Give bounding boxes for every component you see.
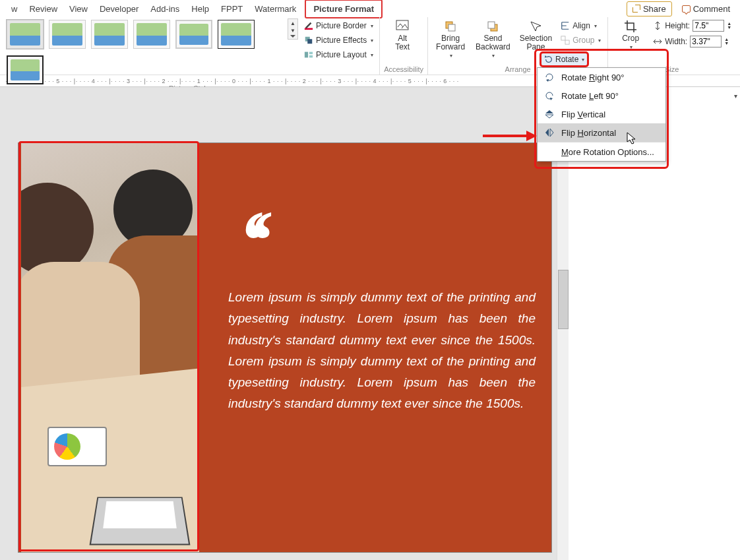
comment-button[interactable]: Comment — [677, 1, 735, 16]
quote-mark: ‘‘ — [236, 191, 261, 290]
picture-layout-button[interactable]: Picture Layout▾ — [302, 49, 375, 61]
alt-text-icon — [396, 20, 409, 33]
rotate-left-icon — [544, 90, 555, 101]
height-row: Height: ▲▼ — [653, 20, 731, 32]
svg-rect-2 — [307, 39, 312, 44]
height-input[interactable] — [693, 20, 724, 32]
layout-icon — [304, 50, 313, 59]
top-right-actions: Share Comment — [627, 1, 735, 16]
share-button[interactable]: Share — [627, 1, 672, 16]
style-thumb-2[interactable] — [49, 20, 86, 49]
share-icon — [632, 5, 640, 13]
picture-border-button[interactable]: Picture Border▾ — [302, 20, 375, 32]
group-accessibility: AltText Accessibility — [380, 17, 428, 75]
style-thumb-7[interactable] — [7, 55, 44, 84]
svg-rect-10 — [488, 22, 495, 28]
rotate-menu: Rotate Right 90° Rotate Left 90° Flip Ve… — [537, 67, 666, 162]
picture-layout-label: Picture Layout — [316, 50, 367, 59]
flip-vertical[interactable]: Flip Vertical — [538, 105, 665, 123]
width-icon — [653, 37, 662, 46]
svg-rect-12 — [565, 40, 569, 44]
effects-icon — [304, 36, 313, 45]
crop-icon — [624, 20, 637, 33]
picture-effects-button[interactable]: Picture Effects▾ — [302, 34, 375, 46]
alt-text-label: AltText — [395, 34, 410, 51]
group-button[interactable]: Group▾ — [559, 34, 603, 46]
crop-label: Crop — [622, 34, 639, 43]
selection-pane-button[interactable]: SelectionPane — [517, 18, 555, 53]
svg-rect-0 — [305, 28, 313, 30]
width-row: Width: ▲▼ — [653, 36, 731, 47]
svg-rect-5 — [309, 55, 313, 58]
svg-rect-6 — [396, 20, 408, 30]
send-backward-label: SendBackward — [476, 34, 510, 51]
align-label: Align — [572, 21, 590, 30]
scroll-thumb[interactable] — [558, 270, 569, 329]
svg-rect-11 — [561, 36, 565, 40]
width-label: Width: — [665, 37, 687, 46]
slide-canvas-area: ‘‘ Lorem ipsum is simply dummy text of t… — [0, 87, 569, 560]
picture-format-stack: Picture Border▾ Picture Effects▾ Picture… — [302, 18, 375, 61]
rotate-icon — [544, 55, 553, 64]
flip-vertical-icon — [544, 109, 555, 119]
height-label: Height: — [665, 21, 690, 30]
style-thumb-6[interactable] — [218, 20, 255, 49]
group-size: Crop▾ Height: ▲▼ Width: ▲▼ Size — [608, 17, 735, 75]
height-icon — [653, 21, 662, 30]
group-icon — [561, 36, 570, 45]
send-backward-button[interactable]: SendBackward▾ — [473, 18, 513, 60]
group-picture-styles: ▲▼ Picture Border▾ Picture Effects▾ Pict… — [3, 17, 380, 75]
bring-forward-icon — [444, 20, 457, 33]
flip-horizontal[interactable]: Flip Horizontal — [538, 123, 665, 142]
flip-horizontal-icon — [544, 127, 555, 138]
alt-text-button[interactable]: AltText — [384, 18, 421, 53]
cursor-icon — [627, 132, 636, 145]
tab-developer[interactable]: Developer — [94, 1, 144, 16]
picture-border-label: Picture Border — [316, 21, 367, 30]
pane-collapse-arrow[interactable]: ▾ — [734, 92, 737, 100]
styles-gallery — [7, 18, 284, 84]
tab-partial[interactable]: w — [5, 1, 23, 16]
menu-bar: w Review View Developer Add-ins Help FPP… — [0, 0, 740, 17]
rotate-left-90[interactable]: Rotate Left 90° — [538, 86, 665, 105]
comment-icon — [682, 5, 691, 13]
tab-review[interactable]: Review — [23, 1, 63, 16]
bring-forward-label: BringForward — [436, 34, 465, 51]
group-label: Group — [572, 36, 594, 45]
tab-fppt[interactable]: FPPT — [215, 1, 249, 16]
rotate-right-90[interactable]: Rotate Right 90° — [538, 68, 665, 86]
bring-forward-button[interactable]: BringForward▾ — [432, 18, 469, 60]
tab-help[interactable]: Help — [185, 1, 215, 16]
slide-paragraph[interactable]: Lorem ipsum is simply dummy text of the … — [228, 287, 536, 415]
slide[interactable]: ‘‘ Lorem ipsum is simply dummy text of t… — [18, 143, 551, 552]
style-thumb-5[interactable] — [175, 20, 212, 49]
rotate-button[interactable]: Rotate▾ — [540, 51, 589, 67]
width-stepper[interactable]: ▲▼ — [724, 38, 729, 46]
style-thumb-3[interactable] — [91, 20, 128, 49]
style-thumb-4[interactable] — [133, 20, 170, 49]
annotation-arrow — [483, 129, 537, 142]
rotate-right-icon — [544, 72, 555, 82]
tab-picture-format[interactable]: Picture Format — [307, 1, 380, 16]
tab-addins[interactable]: Add-ins — [144, 1, 185, 16]
style-thumb-1[interactable] — [7, 20, 44, 49]
picture-effects-label: Picture Effects — [316, 36, 367, 45]
selection-pane-label: SelectionPane — [520, 34, 552, 51]
crop-button[interactable]: Crop▾ — [612, 18, 649, 51]
align-icon — [561, 21, 570, 30]
pen-icon — [304, 21, 313, 30]
width-input[interactable] — [690, 36, 722, 47]
comment-label: Comment — [693, 4, 730, 14]
align-button[interactable]: Align▾ — [559, 20, 603, 32]
svg-rect-8 — [448, 24, 455, 31]
tab-watermark[interactable]: Watermark — [249, 1, 302, 16]
svg-rect-4 — [309, 52, 313, 55]
styles-gallery-more[interactable]: ▲▼ — [288, 18, 298, 40]
tab-view[interactable]: View — [63, 1, 94, 16]
selection-pane-icon — [529, 20, 542, 33]
group-label-accessibility: Accessibility — [384, 65, 423, 75]
height-stepper[interactable]: ▲▼ — [727, 22, 731, 30]
more-rotation-options[interactable]: More Rotation Options... — [538, 142, 665, 161]
share-label: Share — [643, 4, 666, 14]
slide-picture[interactable] — [21, 143, 199, 552]
